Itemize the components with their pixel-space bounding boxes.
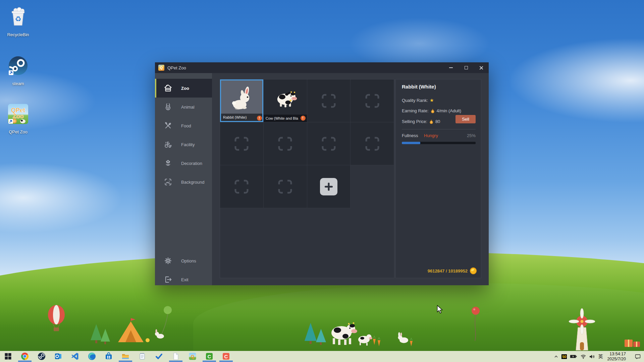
sidebar-item-label: Decoration [181, 161, 202, 166]
wifi-icon[interactable] [580, 354, 586, 359]
earning-row: Earning Rate: 4/min (Adult) [402, 108, 461, 113]
facility-icon [164, 140, 172, 149]
system-tray: 50 英 13:54:17 2025/7/20 [554, 351, 641, 362]
fullness-progress-fill [402, 142, 420, 144]
fullness-label: Fullness [402, 133, 418, 138]
qpet-zoo-icon: QPetZoo [7, 99, 29, 129]
sidebar-item-facility[interactable]: Facility [155, 135, 212, 154]
empty-slot[interactable] [307, 79, 351, 122]
star-icon: ★ [430, 98, 434, 103]
svg-text:QPet: QPet [11, 107, 25, 114]
battery-icon[interactable] [570, 354, 577, 359]
vscode-taskbar-icon[interactable] [71, 352, 79, 361]
sidebar-item-animal[interactable]: Animal [155, 98, 212, 116]
quality-row: Quality Rank: ★ [402, 98, 434, 103]
sidebar-item-decoration[interactable]: Decoration [155, 154, 212, 173]
speaker-icon[interactable] [589, 354, 595, 359]
sell-button[interactable]: Sell [455, 115, 476, 123]
empty-slot[interactable] [220, 122, 264, 165]
money-value: 9612847 / 10189952 [428, 268, 468, 274]
camtasia-rec-taskbar-icon[interactable]: C [222, 352, 230, 361]
camtasia-taskbar-icon[interactable]: C [205, 352, 214, 361]
exit-icon [164, 275, 172, 284]
minimize-button[interactable] [443, 62, 459, 73]
empty-slot[interactable] [264, 122, 307, 165]
food-icon [164, 121, 172, 130]
sidebar-item-label: Facility [181, 142, 195, 147]
desktop-icon-label: QPet Zoo [3, 129, 34, 134]
taskbar: QCC 50 英 13:54:17 2025/7/20 [0, 351, 644, 362]
sidebar-item-background[interactable]: Background [155, 173, 212, 191]
price-label: Selling Price: [402, 119, 427, 124]
decoration-icon [164, 159, 172, 168]
battery-percent-badge[interactable]: 50 [561, 354, 567, 359]
outlook-taskbar-icon[interactable] [54, 352, 63, 361]
add-animal-button[interactable] [320, 178, 337, 195]
earning-label: Earning Rate: [402, 108, 429, 113]
price-row: Selling Price: 80 [402, 119, 440, 124]
svg-text:Q: Q [191, 354, 194, 359]
empty-slot[interactable] [307, 122, 351, 165]
svg-text:C: C [208, 354, 211, 359]
steam-taskbar-icon[interactable] [37, 352, 46, 361]
running-indicator [18, 361, 32, 362]
sidebar-item-zoo[interactable]: Zoo [155, 79, 212, 98]
qpet-zoo-window: Q QPet Zoo ZooAnimalFoodFacilityDecorati… [155, 62, 489, 285]
empty-slot[interactable] [351, 79, 394, 122]
close-button[interactable] [474, 62, 489, 73]
sidebar-item-label: Animal [181, 105, 195, 110]
empty-slot-icon [351, 122, 394, 165]
fullness-state: Hungry [424, 133, 438, 138]
add-animal-cell [307, 165, 351, 208]
ime-indicator[interactable]: 英 [598, 354, 603, 360]
desktop-icon-label: steam [3, 81, 34, 86]
chrome-taskbar-icon[interactable] [20, 352, 29, 361]
sidebar-item-options[interactable]: Options [155, 251, 212, 270]
edge-taskbar-icon[interactable] [88, 352, 96, 361]
desktop-icon-label: RecycleBin [3, 32, 34, 37]
desktop-icon-steam[interactable]: steam [3, 51, 34, 86]
empty-slot[interactable] [351, 122, 394, 165]
empty-slot-icon [220, 165, 263, 208]
running-indicator [119, 361, 132, 362]
window-icon: Q [158, 65, 164, 71]
svg-text:C: C [224, 354, 228, 359]
taskbar-clock[interactable]: 13:54:17 2025/7/20 [607, 352, 626, 362]
close-icon [479, 66, 483, 70]
animal-name-label: Rabbit (White) [221, 114, 262, 121]
tray-chevron-icon[interactable] [554, 354, 558, 359]
clock-time: 13:54:17 [607, 352, 626, 357]
zoo-icon [164, 84, 172, 93]
money-bag-icon [429, 119, 434, 124]
empty-slot[interactable] [264, 165, 307, 208]
alert-badge: ! [301, 116, 306, 121]
running-indicator [219, 361, 233, 362]
sidebar-item-label: Zoo [181, 86, 189, 91]
empty-slot[interactable] [220, 165, 264, 208]
todo-check-taskbar-icon[interactable] [155, 352, 163, 361]
recycle-bin-icon: ♻ [7, 2, 29, 32]
animal-slot-cow[interactable]: Cow (White and Bla! [264, 79, 307, 122]
svg-text:Zoo: Zoo [13, 113, 24, 120]
empty-slot-icon [307, 122, 351, 165]
background-icon [164, 178, 172, 186]
price-value: 80 [435, 119, 440, 124]
notepad-taskbar-icon[interactable] [138, 352, 147, 361]
notification-icon[interactable] [635, 354, 641, 359]
qpet-zoo-taskbar-icon[interactable]: Q [188, 352, 197, 361]
empty-slot-icon [220, 122, 263, 165]
animal-icon [164, 103, 172, 111]
empty-slot-icon [264, 165, 307, 208]
store-taskbar-icon[interactable] [104, 352, 113, 361]
animal-slot-rabbit[interactable]: Rabbit (White)! [220, 79, 264, 122]
desktop-icon-qpet-zoo[interactable]: QPetZooQPet Zoo [3, 99, 34, 134]
maximize-icon [465, 66, 468, 69]
start-taskbar-icon[interactable] [4, 352, 12, 361]
document-taskbar-icon[interactable] [171, 352, 180, 361]
sidebar-item-exit[interactable]: Exit [155, 270, 212, 289]
explorer-taskbar-icon[interactable] [121, 352, 130, 361]
maximize-button[interactable] [459, 62, 474, 73]
sidebar-item-food[interactable]: Food [155, 116, 212, 135]
desktop-icon-recycle-bin[interactable]: ♻RecycleBin [3, 2, 34, 37]
window-titlebar[interactable]: Q QPet Zoo [155, 62, 489, 73]
